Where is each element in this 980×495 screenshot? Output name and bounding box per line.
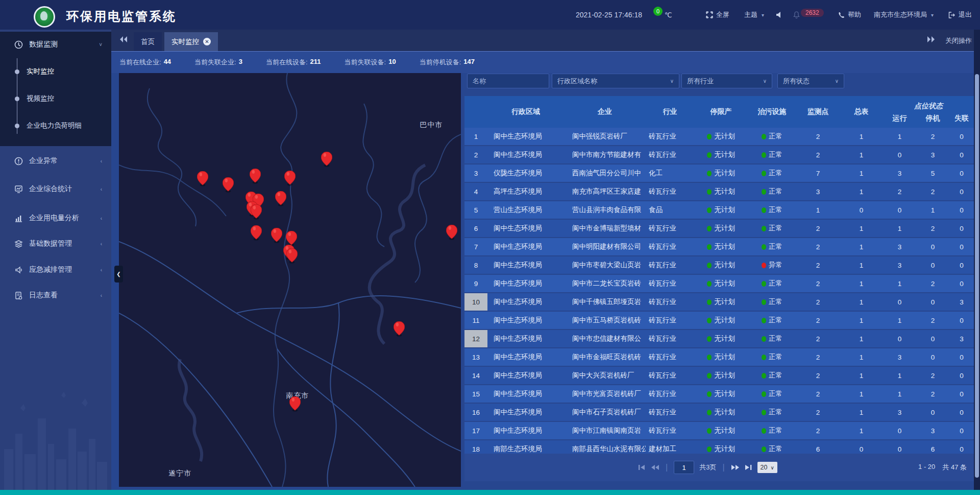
cell-running: 0 xyxy=(883,330,916,347)
tabs-scroll-left-icon[interactable] xyxy=(119,36,128,43)
sidebar-item-data-monitor[interactable]: 数据监测˅ xyxy=(0,32,111,57)
page-number-input[interactable] xyxy=(674,461,694,474)
table-row[interactable]: 13阆中生态环境局阆中市金福旺页岩机砖砖瓦行业无计划正常21300 xyxy=(464,348,974,366)
cell-limit-production-label: 无计划 xyxy=(714,169,735,178)
table-row[interactable]: 15阆中生态环境局阆中市光富页岩机砖厂砖瓦行业无计划正常21120 xyxy=(464,385,974,403)
sidebar-collapse-button[interactable]: ❮ xyxy=(114,266,123,282)
map-marker-pin[interactable] xyxy=(394,321,405,337)
table-row[interactable]: 5营山生态环境局营山县润丰肉食品有限食品无计划正常10010 xyxy=(464,201,974,219)
gauge-icon xyxy=(14,40,23,49)
first-page-icon[interactable] xyxy=(638,464,646,470)
tab-realtime-label: 实时监控 xyxy=(172,37,199,46)
cell-monitor-points: 2 xyxy=(796,275,840,292)
cell-lost: 0 xyxy=(949,385,974,403)
map-marker-pin[interactable] xyxy=(275,191,286,206)
nav-group-data-monitor: 数据监测˅实时监控视频监控企业电力负荷明细 xyxy=(0,32,111,146)
cell-region: 阆中生态环境局 xyxy=(487,220,564,237)
cell-row-number: 10 xyxy=(464,293,487,311)
page-scrollbar-thumb[interactable] xyxy=(975,74,979,478)
map-marker-pin[interactable] xyxy=(446,225,457,240)
cell-lost: 0 xyxy=(949,201,974,219)
industry-filter-select[interactable]: 所有行业 ∨ xyxy=(681,74,772,88)
table-row[interactable]: 16阆中生态环境局阆中市石子页岩机砖厂砖瓦行业无计划正常21300 xyxy=(464,404,974,421)
chevron-down-icon: ▾ xyxy=(931,12,934,18)
stat-value: 10 xyxy=(388,58,396,67)
table-row[interactable]: 9阆中生态环境局阆中市二龙长宝页岩砖砖瓦行业无计划正常21120 xyxy=(464,275,974,292)
mute-button[interactable] xyxy=(776,0,783,30)
map-marker-pin[interactable] xyxy=(223,177,234,193)
map-marker-pin[interactable] xyxy=(321,152,332,167)
table-row[interactable]: 18南部生态环境局南部县西华山水泥有限公建材加工无计划正常60060 xyxy=(464,440,974,454)
table-row[interactable]: 4高坪生态环境局南充市高坪区王家店建砖瓦行业无计划正常31220 xyxy=(464,183,974,200)
status-dot-green xyxy=(707,336,712,342)
col-points: 监测点 xyxy=(796,96,840,128)
status-dot-green xyxy=(707,428,712,434)
sidebar-item-label: 日志查看 xyxy=(29,291,58,300)
map-marker-pin[interactable] xyxy=(251,204,262,220)
cell-pollution-facility-label: 正常 xyxy=(769,150,782,159)
table-row[interactable]: 10阆中生态环境局阆中千佛镇五郎垭页岩砖瓦行业无计划正常21003 xyxy=(464,293,974,311)
table-row[interactable]: 14阆中生态环境局阆中大兴页岩机砖厂砖瓦行业无计划正常21120 xyxy=(464,367,974,384)
user-menu[interactable]: 南充市生态环境局 ▾ xyxy=(874,0,934,30)
stat-label: 当前失联设备: xyxy=(345,58,386,67)
region-filter-select[interactable]: 行政区域名称 ∨ xyxy=(552,74,679,88)
map-marker-pin[interactable] xyxy=(286,231,297,246)
tab-realtime-monitor[interactable]: 实时监控 ✕ xyxy=(164,32,218,51)
sidebar-item-3[interactable]: 基础数据管理‹ xyxy=(0,233,111,254)
sidebar-item-2[interactable]: 企业用电量分析‹ xyxy=(0,208,111,228)
table-row[interactable]: 1阆中生态环境局阆中强锐页岩砖厂砖瓦行业无计划正常21120 xyxy=(464,128,974,145)
table-row[interactable]: 12阆中生态环境局阆中市忠信建材有限公砖瓦行业无计划正常21003 xyxy=(464,330,974,347)
sidebar-subitem-0[interactable]: 实时监控 xyxy=(0,61,111,82)
map-marker-pin[interactable] xyxy=(289,396,301,412)
prev-page-icon[interactable] xyxy=(651,464,659,470)
map-marker-pin[interactable] xyxy=(284,171,296,186)
table-row[interactable]: 6阆中生态环境局阆中市金博瑞新型墙材砖瓦行业无计划正常21120 xyxy=(464,220,974,237)
cell-monitor-points: 2 xyxy=(796,422,840,439)
theme-button[interactable]: 主题 ▾ xyxy=(744,0,764,30)
table-row[interactable]: 2阆中生态环境局阆中市南方节能建材有砖瓦行业无计划正常21030 xyxy=(464,146,974,163)
table-row[interactable]: 8阆中生态环境局阆中市枣碧大梁山页岩砖瓦行业无计划异常21300 xyxy=(464,256,974,274)
cell-row-number: 2 xyxy=(464,146,487,163)
map-marker-pin[interactable] xyxy=(197,171,208,186)
map-marker-pin[interactable] xyxy=(251,225,262,241)
table-row[interactable]: 7阆中生态环境局阆中明阳建材有限公司砖瓦行业无计划正常21300 xyxy=(464,238,974,255)
next-page-icon[interactable] xyxy=(731,464,740,470)
cell-row-number: 17 xyxy=(464,422,487,439)
sidebar-item-0[interactable]: 企业异常‹ xyxy=(0,151,111,171)
tab-close-icon[interactable]: ✕ xyxy=(203,38,211,45)
tab-home[interactable]: 首页 xyxy=(134,32,162,51)
cell-pollution-facility: 正常 xyxy=(748,201,796,219)
cell-lost: 0 xyxy=(949,128,974,145)
map-marker-pin[interactable] xyxy=(271,228,282,243)
col-running: 运行 xyxy=(883,112,916,128)
sidebar-item-label: 基础数据管理 xyxy=(29,239,72,248)
last-page-icon[interactable] xyxy=(745,464,752,470)
close-operations-button[interactable]: 关闭操作 xyxy=(945,36,972,45)
sidebar-subitem-2[interactable]: 企业电力负荷明细 xyxy=(0,115,111,136)
page-size-select[interactable]: 20 ∨ xyxy=(757,462,777,473)
cell-row-number: 4 xyxy=(464,183,487,200)
map-panel[interactable]: 巴中市南充市遂宁市 xyxy=(119,73,461,487)
logout-button[interactable]: 退出 xyxy=(948,0,972,30)
fullscreen-button[interactable]: 全屏 xyxy=(706,0,729,30)
tabs-scroll-right-icon[interactable] xyxy=(927,36,935,43)
cell-stopped: 6 xyxy=(916,440,949,454)
cell-industry: 砖瓦行业 xyxy=(646,422,694,439)
status-dot-green xyxy=(762,281,766,287)
sidebar-item-4[interactable]: 应急减排管理‹ xyxy=(0,260,111,280)
status-dot-green xyxy=(762,446,766,452)
map-marker-pin[interactable] xyxy=(286,248,298,264)
table-row[interactable]: 11阆中生态环境局阆中市五马桥页岩机砖砖瓦行业无计划正常21120 xyxy=(464,312,974,329)
sidebar-subitem-1[interactable]: 视频监控 xyxy=(0,88,111,109)
name-filter-input[interactable] xyxy=(467,74,549,88)
sidebar-item-1[interactable]: 企业综合统计‹ xyxy=(0,179,111,199)
cell-lost: 0 xyxy=(949,238,974,255)
table-row[interactable]: 17阆中生态环境局阆中市江南镇阆南页岩砖瓦行业无计划正常21030 xyxy=(464,422,974,439)
sidebar-item-5[interactable]: 日志查看‹ xyxy=(0,285,111,305)
notifications-button[interactable]: 2632 xyxy=(793,0,824,30)
map-marker-pin[interactable] xyxy=(250,169,261,184)
table-row[interactable]: 3仪陇生态环境局西南油气田分公司川中化工无计划正常71350 xyxy=(464,164,974,182)
cell-industry: 砖瓦行业 xyxy=(646,330,694,347)
status-filter-select[interactable]: 所有状态 ∨ xyxy=(777,74,844,88)
help-button[interactable]: 帮助 xyxy=(838,0,861,30)
